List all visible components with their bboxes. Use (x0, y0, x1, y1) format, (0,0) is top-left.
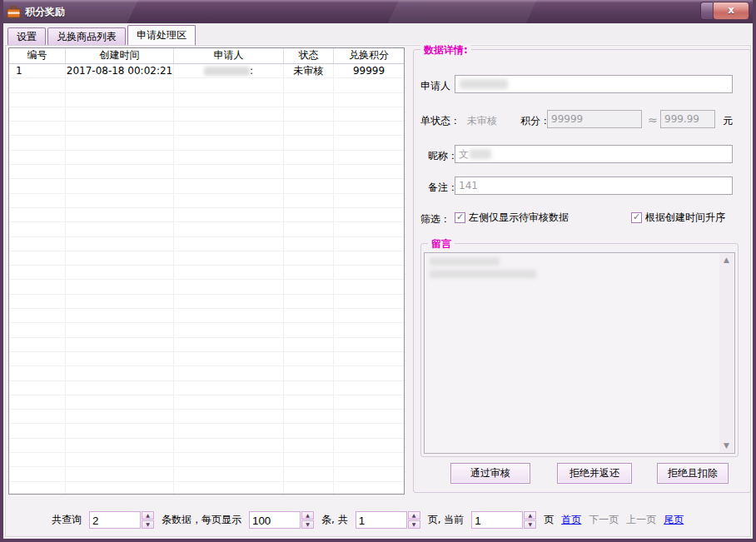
nickname-field[interactable] (455, 145, 733, 163)
cell-empty (334, 424, 404, 438)
total-count-input[interactable] (89, 511, 141, 529)
cell-empty (9, 122, 66, 136)
data-details-title: 数据详情: (420, 43, 471, 57)
table-body: 12017-08-18 00:02:21:未审核99999 (9, 64, 404, 495)
filter-pending-checkbox[interactable]: 左侧仅显示待审核数据 (455, 211, 569, 225)
next-page-link[interactable]: 下一页 (589, 513, 619, 527)
column-header-created[interactable]: 创建时间 (66, 48, 174, 63)
applications-table[interactable]: 编号 创建时间 申请人 状态 兑换积分 12017-08-18 00:02:21… (8, 47, 405, 495)
remark-field[interactable] (455, 177, 733, 195)
cell-empty (9, 338, 66, 352)
table-row-empty (9, 179, 404, 193)
message-textarea[interactable]: ▲ ▼ (424, 252, 735, 454)
cell-empty (174, 453, 284, 467)
spin-up-icon[interactable]: ▲ (524, 511, 536, 520)
cell-empty (334, 323, 404, 337)
cell-empty (66, 439, 174, 453)
table-row-empty (9, 122, 404, 136)
column-header-status[interactable]: 状态 (284, 48, 334, 63)
total-count-spinner: ▲▼ (89, 511, 154, 529)
tab-settings[interactable]: 设置 (7, 27, 46, 45)
spin-down-icon[interactable]: ▼ (408, 520, 420, 529)
total-label: 共查询 (52, 513, 82, 527)
close-button[interactable]: x (713, 2, 749, 20)
cell-empty (334, 352, 404, 366)
cell-empty (66, 93, 174, 107)
cell-empty (9, 251, 66, 266)
cell-empty (284, 280, 334, 294)
cell-empty (284, 237, 334, 251)
cell-empty (284, 439, 334, 453)
column-header-applicant[interactable]: 申请人 (174, 48, 284, 63)
cell-empty (9, 366, 66, 380)
cell-empty (66, 78, 174, 92)
message-group: 留言 ▲ ▼ (420, 243, 739, 457)
last-page-link[interactable]: 尾页 (664, 513, 684, 527)
current-page-input[interactable] (471, 511, 523, 529)
cell-empty (284, 179, 334, 193)
spin-down-icon[interactable]: ▼ (301, 520, 314, 529)
column-header-points[interactable]: 兑换积分 (334, 48, 404, 63)
cell-empty (9, 78, 66, 92)
current-page-spinner: ▲▼ (471, 511, 536, 529)
table-row[interactable]: 12017-08-18 00:02:21:未审核99999 (9, 64, 404, 78)
spin-up-icon[interactable]: ▲ (142, 511, 154, 520)
per-page-input[interactable] (249, 511, 301, 529)
per-page-label: 条数据，每页显示 (162, 513, 241, 527)
money-field[interactable] (660, 110, 715, 128)
cell-empty (9, 395, 66, 410)
cell-empty (66, 107, 174, 122)
first-page-link[interactable]: 首页 (561, 513, 581, 527)
approve-button[interactable]: 通过审核 (450, 463, 530, 484)
filter-pending-checkbox-label: 左侧仅显示待审核数据 (469, 211, 569, 225)
points-field[interactable] (547, 110, 642, 128)
tab-exchange-goods-list[interactable]: 兑换商品列表 (47, 27, 126, 45)
cell-empty (174, 439, 284, 453)
total-pages-spinner: ▲▼ (356, 511, 420, 529)
message-redacted-blur-line2 (430, 270, 536, 278)
tab-application-processing[interactable]: 申请处理区 (127, 25, 196, 45)
data-details-group: 数据详情: 申请人： 单状态： 未审核 积分： ≈ 元 昵称： 备注： 筛选： (413, 49, 751, 493)
approx-symbol: ≈ (648, 113, 658, 127)
spin-down-icon[interactable]: ▼ (524, 520, 536, 529)
column-header-id[interactable]: 编号 (9, 48, 66, 63)
message-scrollbar[interactable]: ▲ ▼ (719, 254, 734, 452)
cell-empty (174, 424, 284, 438)
pagination-bar: 共查询 ▲▼ 条数据，每页显示 ▲▼ 条, 共 ▲▼ 页, 当前 ▲▼ 页 首页 (52, 511, 684, 529)
cell-empty (66, 381, 174, 395)
spin-down-icon[interactable]: ▼ (142, 520, 154, 529)
total-pages-input[interactable] (356, 511, 407, 529)
cell-empty (9, 151, 66, 165)
cell-empty (334, 295, 404, 309)
spin-up-icon[interactable]: ▲ (408, 511, 420, 520)
sort-ascending-checkbox[interactable]: 根据创建时间升序 (631, 211, 725, 225)
cell-empty (66, 222, 174, 236)
filter-label: 筛选： (420, 212, 450, 226)
table-row-empty (9, 453, 404, 467)
prev-page-link[interactable]: 上一页 (626, 513, 656, 527)
table-row-empty (9, 93, 404, 107)
cell-empty (284, 165, 334, 179)
reject-return-button[interactable]: 拒绝并返还 (557, 463, 632, 484)
cell-empty (66, 136, 174, 150)
scroll-up-icon[interactable]: ▲ (724, 256, 729, 264)
title-bar[interactable]: 积分奖励 (0, 0, 756, 23)
cell-empty (9, 323, 66, 337)
sort-ascending-checkbox-label: 根据创建时间升序 (645, 211, 725, 225)
cell-empty (174, 366, 284, 380)
table-row-empty (9, 467, 404, 481)
cell-empty (9, 467, 66, 481)
caption-stub (700, 2, 713, 20)
nickname-label: 昵称： (428, 149, 458, 163)
toolbox-icon (7, 6, 21, 18)
cell-empty (284, 93, 334, 107)
spin-up-icon[interactable]: ▲ (301, 511, 314, 520)
cell-empty (174, 93, 284, 107)
applicant-redacted-blur (460, 79, 508, 89)
window-title: 积分奖励 (25, 5, 65, 19)
cell-empty (9, 194, 66, 208)
cell-empty (284, 366, 334, 380)
reject-deduct-button[interactable]: 拒绝且扣除 (657, 463, 729, 484)
cell-empty (334, 439, 404, 453)
scroll-down-icon[interactable]: ▼ (724, 442, 729, 450)
